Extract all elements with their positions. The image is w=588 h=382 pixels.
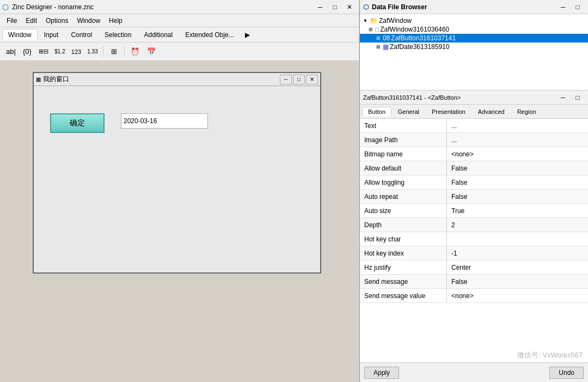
table-icon[interactable]: ⊞: [106, 45, 121, 59]
prop-minimize-button[interactable]: ─: [556, 92, 570, 104]
tab-input[interactable]: Input: [38, 29, 65, 40]
brackets-icon[interactable]: {0}: [20, 45, 35, 59]
dollar-icon[interactable]: $1.2: [52, 45, 68, 59]
browser-maximize-button[interactable]: □: [571, 1, 585, 13]
prop-name-bitmap-name: Bitmap name: [360, 147, 447, 161]
prop-value-hot-key-char[interactable]: [447, 232, 588, 246]
menu-file[interactable]: File: [2, 16, 21, 26]
inner-close-button[interactable]: ✕: [306, 75, 318, 84]
tree-item-zafwindow-root[interactable]: ▼ 📁 ZafWindow: [360, 16, 588, 25]
tree-label: ZafButton3161037141: [391, 34, 456, 42]
prop-name-image-path: Image Path: [360, 133, 447, 147]
inner-title-bar: ▦ 我的窗口 ─ □ ✕: [34, 73, 320, 86]
prop-value-send-message[interactable]: False: [447, 275, 588, 288]
menu-edit[interactable]: Edit: [21, 16, 41, 26]
prop-title-text: ZafButton3161037141 - <ZafButton>: [363, 94, 461, 101]
expand-icon: ⊞: [375, 44, 382, 50]
window-icon: □: [375, 26, 379, 33]
prop-value-text[interactable]: ...: [447, 119, 588, 132]
browser-minimize-button[interactable]: ─: [556, 1, 570, 13]
close-button[interactable]: ✕: [342, 1, 357, 13]
date-icon: ▦: [383, 43, 389, 51]
prop-value-auto-size[interactable]: True: [447, 204, 588, 217]
tree-item-zafwindow-instance[interactable]: ⊞ □ ZafWindow3161036460: [360, 25, 588, 34]
tab-extended[interactable]: Extended Obje...: [179, 29, 240, 40]
tree-label: ZafWindow3161036460: [380, 26, 449, 33]
tab-button[interactable]: Button: [362, 107, 391, 116]
prop-value-send-message-value[interactable]: <none>: [447, 289, 588, 302]
minimize-button[interactable]: ─: [313, 1, 327, 13]
menu-options[interactable]: Options: [41, 16, 72, 26]
prop-row-bitmap-name[interactable]: Bitmap name <none>: [360, 147, 588, 161]
prop-row-text[interactable]: Text ...: [360, 119, 588, 133]
toolbar-tabs: Window Input Control Selection Additiona…: [0, 27, 359, 43]
prop-row-hz-justify[interactable]: Hz justify Center: [360, 260, 588, 275]
apply-button[interactable]: Apply: [364, 367, 399, 379]
prop-row-image-path[interactable]: Image Path ...: [360, 133, 588, 147]
tree-item-zafdate[interactable]: ⊞ ▦ ZafDate3613185910: [360, 43, 588, 51]
expand-icon: ⊞: [367, 26, 374, 33]
prop-maximize-button[interactable]: □: [571, 92, 585, 104]
menu-window[interactable]: Window: [72, 16, 105, 26]
inner-minimize-button[interactable]: ─: [280, 75, 292, 84]
app-logo-icon: ⬡: [2, 3, 9, 11]
tab-selection[interactable]: Selection: [99, 29, 137, 40]
tree-item-zafbutton[interactable]: ⊞ 08 ZafButton3161037141: [360, 34, 588, 43]
prop-row-auto-repeat[interactable]: Auto repeat False: [360, 190, 588, 204]
decimal-icon[interactable]: 1.33: [85, 45, 100, 59]
widget-date-input[interactable]: 2020-03-16: [121, 113, 208, 129]
prop-value-hot-key-index[interactable]: -1: [447, 246, 588, 260]
prop-name-hot-key-index: Hot key index: [360, 246, 447, 260]
tab-region[interactable]: Region: [511, 107, 542, 116]
prop-value-bitmap-name[interactable]: <none>: [447, 147, 588, 161]
prop-bottom-bar: Apply Undo: [360, 362, 588, 382]
property-tabs: Button General Presentation Advanced Reg…: [360, 105, 588, 119]
tab-control[interactable]: Control: [65, 29, 98, 40]
menu-bar: File Edit Options Window Help: [0, 14, 359, 27]
number-icon[interactable]: 123: [69, 45, 84, 59]
prop-row-send-message-value[interactable]: Send message value <none>: [360, 289, 588, 303]
prop-value-hz-justify[interactable]: Center: [447, 260, 588, 274]
prop-row-hot-key-index[interactable]: Hot key index -1: [360, 246, 588, 260]
tab-general[interactable]: General: [392, 107, 425, 116]
widget-confirm-button[interactable]: 确定: [50, 113, 105, 133]
tab-additional[interactable]: Additional: [138, 29, 179, 40]
prop-name-hot-key-char: Hot key char: [360, 232, 447, 246]
prop-row-allow-default[interactable]: Allow default False: [360, 161, 588, 175]
prop-row-auto-size[interactable]: Auto size True: [360, 204, 588, 218]
prop-name-hz-justify: Hz justify: [360, 260, 447, 274]
inner-window-title: 我的窗口: [43, 75, 69, 84]
prop-title-bar: ZafButton3161037141 - <ZafButton> ─ □: [360, 90, 588, 105]
menu-help[interactable]: Help: [105, 16, 127, 26]
tree-view[interactable]: ▼ 📁 ZafWindow ⊞ □ ZafWindow3161036460 ⊞ …: [360, 14, 588, 90]
prop-row-send-message[interactable]: Send message False: [360, 275, 588, 289]
maximize-button[interactable]: □: [328, 1, 342, 13]
text-icon[interactable]: ab|: [3, 45, 19, 59]
design-area[interactable]: ▦ 我的窗口 ─ □ ✕ 确定 2020-03-16: [0, 61, 359, 382]
toolbar-icons-row: ab| {0} ⊞⊟ $1.2 123 1.33 ⊞ ⏰ 📅: [0, 43, 359, 61]
prop-value-depth[interactable]: 2: [447, 218, 588, 232]
inner-maximize-button[interactable]: □: [293, 75, 305, 84]
prop-value-image-path[interactable]: ...: [447, 133, 588, 147]
separator2: [124, 46, 125, 57]
prop-row-depth[interactable]: Depth 2: [360, 218, 588, 232]
inner-content: 确定 2020-03-16: [34, 86, 320, 272]
date-value: 2020-03-16: [124, 117, 157, 125]
prop-row-allow-toggling[interactable]: Allow toggling False: [360, 175, 588, 190]
undo-button[interactable]: Undo: [549, 367, 584, 379]
clock-icon[interactable]: ⏰: [127, 45, 143, 59]
prop-name-allow-default: Allow default: [360, 161, 447, 175]
tab-presentation[interactable]: Presentation: [426, 107, 471, 116]
tab-window[interactable]: Window: [2, 29, 38, 40]
prop-value-allow-default[interactable]: False: [447, 161, 588, 175]
prop-value-auto-repeat[interactable]: False: [447, 190, 588, 203]
tab-advanced[interactable]: Advanced: [472, 107, 511, 116]
tabs-more-button[interactable]: ▶: [242, 29, 253, 40]
folder-icon: 📁: [370, 17, 378, 25]
prop-value-allow-toggling[interactable]: False: [447, 175, 588, 189]
calendar-icon[interactable]: 📅: [144, 45, 159, 59]
browser-logo-icon: ⬡: [363, 3, 369, 11]
prop-row-hot-key-char[interactable]: Hot key char: [360, 232, 588, 246]
grid-icon[interactable]: ⊞⊟: [36, 45, 51, 59]
prop-name-allow-toggling: Allow toggling: [360, 175, 447, 189]
